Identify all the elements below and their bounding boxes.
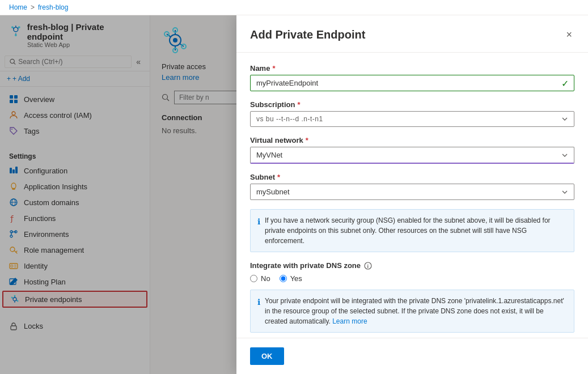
nsg-info-box: ℹ If you have a network security group (… [250, 209, 574, 252]
breadcrumb-separator: > [31, 3, 35, 11]
modal-overlay: Add Private Endpoint × Name * ✓ [0, 15, 588, 374]
subscription-form-group: Subscription * vs bu --t-n--d .n-t-n1 [250, 100, 574, 127]
virtual-network-required: * [306, 136, 308, 144]
name-label: Name * [250, 64, 574, 73]
dns-radio-group: No Yes [250, 274, 574, 283]
modal-title: Add Private Endpoint [250, 28, 365, 41]
modal-footer: OK [236, 338, 588, 374]
subscription-label: Subscription * [250, 100, 574, 109]
add-private-endpoint-modal: Add Private Endpoint × Name * ✓ [236, 15, 588, 374]
subscription-required: * [297, 100, 300, 109]
dns-yes-option[interactable]: Yes [280, 274, 302, 283]
ok-button[interactable]: OK [250, 347, 284, 365]
subnet-required: * [277, 173, 280, 181]
dns-no-label: No [261, 274, 270, 283]
nsg-info-icon: ℹ [257, 216, 260, 246]
name-required: * [272, 64, 275, 73]
nsg-info-text: If you have a network security group (NS… [265, 215, 567, 246]
dns-info-text: Your private endpoint will be integrated… [265, 296, 567, 326]
dns-label: Integrate with private DNS zone i [250, 261, 574, 270]
subnet-label: Subnet * [250, 173, 574, 181]
subnet-value: mySubnet [256, 188, 290, 196]
name-form-group: Name * ✓ [250, 64, 574, 91]
dns-info-icon-box: ℹ [257, 296, 260, 326]
subscription-chevron-icon [561, 116, 568, 122]
virtual-network-chevron-icon [561, 152, 568, 159]
subscription-value: vs bu --t-n--d .n-t-n1 [256, 115, 323, 123]
dns-no-radio[interactable] [250, 275, 257, 282]
name-input[interactable] [250, 75, 574, 91]
dns-no-option[interactable]: No [250, 274, 270, 283]
breadcrumb-current[interactable]: fresh-blog [38, 3, 68, 11]
dns-info-icon[interactable]: i [364, 262, 372, 270]
dns-section: Integrate with private DNS zone i No [250, 261, 574, 333]
dns-learn-more-link[interactable]: Learn more [332, 317, 367, 325]
dns-info-box: ℹ Your private endpoint will be integrat… [250, 290, 574, 333]
dns-yes-label: Yes [290, 274, 302, 283]
virtual-network-label: Virtual network * [250, 136, 574, 144]
valid-check-icon: ✓ [561, 78, 569, 88]
subnet-select[interactable]: mySubnet [250, 184, 574, 200]
breadcrumb: Home > fresh-blog [0, 0, 588, 15]
virtual-network-select[interactable]: MyVNet [250, 147, 574, 164]
virtual-network-value: MyVNet [256, 151, 282, 159]
subnet-form-group: Subnet * mySubnet [250, 173, 574, 200]
svg-text:i: i [367, 264, 369, 269]
subnet-chevron-icon [561, 189, 568, 196]
virtual-network-form-group: Virtual network * MyVNet [250, 136, 574, 164]
dns-yes-radio[interactable] [280, 275, 287, 282]
breadcrumb-home[interactable]: Home [9, 3, 27, 11]
modal-close-button[interactable]: × [564, 27, 574, 43]
subscription-select[interactable]: vs bu --t-n--d .n-t-n1 [250, 111, 574, 127]
